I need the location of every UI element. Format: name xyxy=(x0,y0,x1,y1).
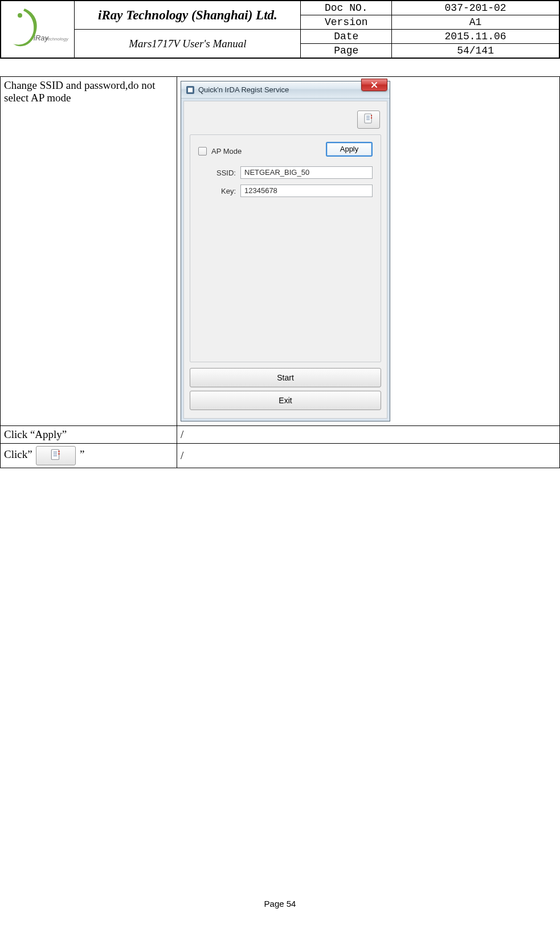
doc-no-value: 037-201-02 xyxy=(392,1,559,15)
svg-point-0 xyxy=(18,13,22,18)
instructions-table: Change SSID and password,do not select A… xyxy=(0,76,560,468)
step-click-apply: Click “Apply” xyxy=(1,426,177,444)
date-label: Date xyxy=(301,30,392,44)
document-list-icon xyxy=(363,113,374,127)
exit-button[interactable]: Exit xyxy=(190,391,381,410)
company-name: iRay Technology (Shanghai) Ltd. xyxy=(75,1,301,30)
key-input[interactable]: 12345678 xyxy=(240,185,373,197)
click-prefix: Click” xyxy=(4,448,32,460)
click-suffix: ” xyxy=(80,448,84,460)
dialog-titlebar: Quick'n IrDA Regist Service xyxy=(181,81,390,99)
step-click-logbtn-result: / xyxy=(177,444,560,468)
ssid-label: SSID: xyxy=(207,169,236,177)
close-button[interactable] xyxy=(361,79,387,91)
page-header: iRay Technology iRay Technology (Shangha… xyxy=(0,0,560,59)
dialog-title: Quick'n IrDA Regist Service xyxy=(198,85,289,94)
version-label: Version xyxy=(301,15,392,30)
logo-cell: iRay Technology xyxy=(1,1,75,58)
page-footer: Page 54 xyxy=(0,899,560,908)
svg-point-16 xyxy=(59,453,60,455)
close-icon xyxy=(371,79,378,91)
step-screenshot-cell: Quick'n IrDA Regist Service xyxy=(177,77,560,426)
log-button[interactable] xyxy=(357,111,380,129)
svg-rect-4 xyxy=(188,88,193,92)
app-icon xyxy=(186,85,195,95)
doc-no-label: Doc NO. xyxy=(301,1,392,15)
svg-point-15 xyxy=(59,451,60,452)
version-value: A1 xyxy=(392,15,559,30)
svg-text:Technology: Technology xyxy=(45,36,69,42)
manual-title: Mars1717V User's Manual xyxy=(75,30,301,59)
ap-mode-label: AP Mode xyxy=(211,147,242,155)
step-click-apply-result: / xyxy=(177,426,560,444)
svg-rect-11 xyxy=(52,449,59,460)
svg-rect-5 xyxy=(365,114,371,123)
step-description: Change SSID and password,do not select A… xyxy=(1,77,177,426)
key-label: Key: xyxy=(207,187,236,195)
date-value: 2015.11.06 xyxy=(392,30,559,44)
apply-button[interactable]: Apply xyxy=(326,142,373,157)
page-value: 54/141 xyxy=(392,44,559,59)
iray-logo: iRay Technology xyxy=(6,4,69,53)
inline-log-button xyxy=(36,446,76,465)
start-button[interactable]: Start xyxy=(190,368,381,387)
settings-group: AP Mode Apply SSID: NETGEAR_BIG_50 Key: … xyxy=(190,134,381,362)
ssid-input[interactable]: NETGEAR_BIG_50 xyxy=(240,166,373,179)
document-list-icon xyxy=(50,448,62,464)
page-label: Page xyxy=(301,44,392,59)
svg-point-10 xyxy=(371,117,372,118)
svg-point-9 xyxy=(371,114,372,116)
step-click-logbtn: Click” ” xyxy=(1,444,177,468)
regist-service-dialog: Quick'n IrDA Regist Service xyxy=(181,81,390,421)
ap-mode-checkbox[interactable] xyxy=(198,147,207,155)
